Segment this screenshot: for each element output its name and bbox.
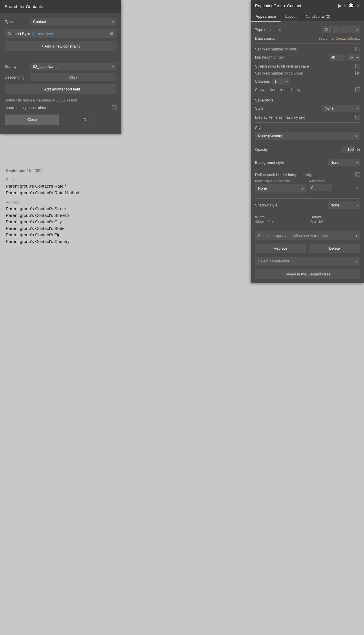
section-divider-4 xyxy=(255,143,360,143)
tab-layout[interactable]: Layout xyxy=(281,11,301,22)
close-button[interactable]: Close xyxy=(5,115,59,125)
ignore-empty-row: Ignore empty constraints xyxy=(5,105,117,110)
section-divider-2 xyxy=(255,95,360,95)
style-section-label: Style xyxy=(255,126,360,130)
separators-label: Separators xyxy=(255,98,360,102)
columns-row: Columns 1 xyxy=(255,78,360,85)
sorted-note: Sorted lists return a maximum of 50,000 … xyxy=(5,98,117,102)
separators-section: Separators Style None xyxy=(255,98,360,112)
address-line: Parent group's Contact's State xyxy=(6,225,358,232)
comment-icon[interactable]: 💬 xyxy=(348,3,354,8)
type-of-content-row: Type of content Contact xyxy=(255,26,360,33)
opacity-unit: % xyxy=(356,147,360,152)
opacity-input-group: % xyxy=(342,146,360,153)
search-panel-header: Search for Contacts xyxy=(0,0,121,13)
section-divider-1 xyxy=(255,43,360,44)
type-select-wrapper: Contact xyxy=(30,18,117,26)
columns-label: Columns xyxy=(255,79,270,84)
rate-label: Rate: xyxy=(6,177,358,182)
parent-child-select[interactable]: Select parent/child xyxy=(255,257,360,266)
min-height-unit-select[interactable]: px xyxy=(347,54,360,61)
stretch-rows-row: Stretch rows to fill vertical space xyxy=(255,64,360,68)
opacity-row: Opacity % xyxy=(255,146,360,153)
descending-label: Descending xyxy=(5,75,28,79)
address-label: Address: xyxy=(6,200,358,204)
tab-appearance[interactable]: Appearance xyxy=(251,11,281,22)
address-line: Parent group's Contact's Zip xyxy=(6,232,358,238)
set-fixed-columns-row: Set fixed number of columns ✓ xyxy=(255,71,360,75)
delete-button[interactable]: Delete xyxy=(62,115,117,125)
constraint-value[interactable]: Current User xyxy=(32,32,53,36)
opacity-input[interactable] xyxy=(342,146,355,153)
section-divider-3 xyxy=(255,122,360,123)
show-all-items-checkbox[interactable] xyxy=(355,87,360,92)
display-masonry-row: Display items as masonry grid xyxy=(255,115,360,119)
content-area: September 16, 2024 Rate: Parent group's … xyxy=(0,162,364,255)
tab-conditional[interactable]: Conditional (2) xyxy=(301,11,335,22)
data-source-label: Data source xyxy=(255,36,275,41)
play-icon[interactable]: ▶ xyxy=(338,3,342,8)
add-constraint-button[interactable]: + Add a new constraint xyxy=(5,41,117,51)
display-masonry-checkbox[interactable] xyxy=(355,115,360,119)
rate-section: Rate: Parent group's Contact's Rate / Pa… xyxy=(6,177,358,196)
address-line: Parent group's Contact's Country xyxy=(6,238,358,245)
sort-by-row: Sort by 02_Last Name xyxy=(5,63,117,70)
set-fixed-columns-label: Set fixed number of columns xyxy=(255,71,303,75)
close-icon[interactable]: ✕ xyxy=(356,3,360,8)
delete-constraint-icon[interactable]: 🗑 xyxy=(110,31,114,36)
sort-by-select-wrapper: 02_Last Name xyxy=(30,63,117,70)
show-all-items-label: Show all items immediately xyxy=(255,88,301,92)
reveal-button[interactable]: Reveal in the Elements tree xyxy=(255,269,360,279)
type-label: Type xyxy=(5,19,28,24)
panel-action-buttons: Close Delete xyxy=(5,115,117,125)
style-select[interactable]: None (Custom) xyxy=(255,132,360,140)
data-source-row: Data source Search for ContactsMore... xyxy=(255,36,360,41)
content-date: September 16, 2024 xyxy=(6,168,358,173)
min-height-row: Min height of row px xyxy=(255,54,360,61)
address-section: Address: Parent group's Contact's Street… xyxy=(6,200,358,245)
display-masonry-label: Display items as masonry grid xyxy=(255,115,305,119)
divider-1 xyxy=(5,59,117,59)
search-panel-title: Search for Contacts xyxy=(5,4,43,9)
min-height-input[interactable] xyxy=(329,54,345,61)
type-of-content-select[interactable]: Contact xyxy=(322,26,360,33)
type-of-content-select-wrapper: Contact xyxy=(322,26,360,33)
descending-row: Descending Click xyxy=(5,73,117,81)
more-link[interactable]: More... xyxy=(349,37,360,41)
rate-value: Parent group's Contact's Rate / Parent g… xyxy=(6,183,358,196)
section-divider-5 xyxy=(255,156,360,156)
parent-child-select-wrapper: Select parent/child xyxy=(255,257,360,266)
data-source-value[interactable]: Search for ContactsMore... xyxy=(318,37,360,41)
tabs-bar: Appearance Layout Conditional (2) xyxy=(251,11,364,22)
type-select[interactable]: Contact xyxy=(30,18,117,26)
separator-style-select-wrapper: None xyxy=(322,105,360,112)
add-sort-field-button[interactable]: + Add another sort field xyxy=(5,84,117,94)
address-line: Parent group's Contact's Street xyxy=(6,206,358,212)
set-fixed-rows-checkbox[interactable] xyxy=(355,47,360,51)
columns-select-wrapper: 1 xyxy=(272,78,290,85)
address-line: Parent group's Contact's City xyxy=(6,219,358,225)
address-line: Parent group's Contact's Street 2 xyxy=(6,212,358,219)
stretch-rows-checkbox[interactable] xyxy=(355,64,360,68)
columns-select[interactable]: 1 xyxy=(272,78,290,85)
stretch-rows-label: Stretch rows to fill vertical space xyxy=(255,64,309,68)
style-select-wrapper: None (Custom) xyxy=(255,132,360,140)
constraint-row: Created By = Current User 🗑 xyxy=(5,29,117,38)
repeating-group-title: RepeatingGroup: Contact xyxy=(255,3,301,8)
address-lines: Parent group's Contact's StreetParent gr… xyxy=(6,206,358,245)
set-fixed-columns-checkbox[interactable]: ✓ xyxy=(355,71,360,75)
separator-style-label: Style xyxy=(255,106,263,110)
header-icons: ▶ ℹ 💬 ✕ xyxy=(338,3,360,8)
info-icon[interactable]: ℹ xyxy=(344,3,346,8)
descending-click-button[interactable]: Click xyxy=(30,73,117,81)
min-height-label: Min height of row xyxy=(255,55,284,59)
separator-style-row: Style None xyxy=(255,105,360,112)
sort-by-label: Sort by xyxy=(5,64,28,69)
set-fixed-rows-row: Set fixed number of rows xyxy=(255,47,360,51)
min-height-inputs: px xyxy=(329,54,360,61)
ignore-empty-checkbox[interactable] xyxy=(112,105,117,110)
separator-style-select[interactable]: None xyxy=(322,105,360,112)
sort-by-select[interactable]: 02_Last Name xyxy=(30,63,117,70)
repeating-group-header: RepeatingGroup: Contact ▶ ℹ 💬 ✕ xyxy=(251,0,364,11)
opacity-label: Opacity xyxy=(255,147,268,152)
